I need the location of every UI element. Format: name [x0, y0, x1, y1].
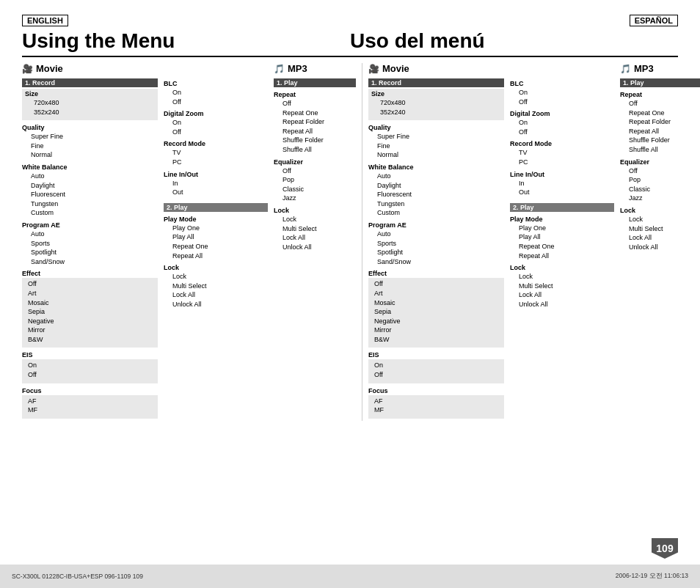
eq-label-en: Equalizer: [274, 158, 356, 166]
list-item: In: [172, 179, 268, 188]
list-item: Auto: [31, 229, 158, 239]
english-movie-sub-col: BLC On Off Digital Zoom On Off Record Mo…: [158, 63, 268, 421]
movie-header-es: 🎥 Movie: [368, 63, 504, 74]
titles-row: Using the Menu Uso del menú: [22, 29, 678, 63]
list-item: Spotlight: [31, 248, 158, 257]
eis-label-es: EIS: [368, 351, 504, 359]
list-item: Off: [629, 166, 700, 176]
list-item: PC: [172, 158, 268, 167]
quality-items-en: Super Fine Fine Normal: [22, 132, 158, 160]
list-item: Repeat All: [519, 251, 614, 261]
list-item: Mirror: [28, 326, 155, 335]
pae-items-en: Auto Sports Spotlight Sand/Snow: [22, 229, 158, 266]
spanish-cols: 🎥 Movie 1. Record Size 720x480 352x240 Q…: [368, 63, 700, 421]
list-item: Play All: [519, 232, 614, 242]
list-item: Jazz: [282, 194, 356, 203]
wb-label-en: White Balance: [22, 163, 158, 171]
list-item: Lock All: [629, 233, 700, 243]
list-item: B&W: [28, 335, 155, 345]
list-item: 352x240: [34, 108, 155, 117]
list-item: On: [519, 118, 614, 128]
list-item: Lock: [519, 272, 614, 282]
list-item: 352x240: [380, 108, 501, 117]
list-item: Off: [629, 99, 700, 109]
lio-items-en: In Out: [164, 179, 268, 197]
list-item: Off: [519, 128, 614, 137]
list-item: Off: [282, 166, 356, 176]
list-item: Repeat One: [519, 242, 614, 251]
mp3-header-en: 🎵 MP3: [274, 63, 356, 74]
list-item: Repeat Folder: [282, 117, 356, 127]
focus-box-es: AF MF: [368, 395, 504, 419]
list-item: Lock All: [282, 233, 356, 243]
eis-box-en: On Off: [22, 359, 158, 383]
list-item: Repeat One: [172, 242, 268, 251]
english-mp3-col: 🎵 MP3 1. Play Repeat Off Repeat One Repe…: [268, 63, 356, 421]
eq-label-es: Equalizer: [620, 158, 700, 166]
lio-label-es: Line In/Out: [510, 171, 614, 178]
lock-items-en-mv: Lock Multi Select Lock All Unlock All: [164, 272, 268, 309]
list-item: Negative: [374, 317, 501, 326]
play-label-en: 2. Play: [164, 203, 268, 212]
list-item: MF: [374, 405, 501, 415]
list-item: Repeat All: [629, 127, 700, 136]
english-movie-col: 🎥 Movie 1. Record Size 720x480 352x240 Q…: [22, 63, 158, 421]
pae-items-es: Auto Sports Spotlight Sand/Snow: [368, 229, 504, 266]
list-item: Spotlight: [377, 248, 504, 257]
title-spanish: Uso del menú: [350, 29, 678, 57]
footer-left: SC-X300L 01228C-IB-USA+ESP 096-1109 109: [12, 573, 143, 580]
list-item: On: [172, 88, 268, 98]
list-item: 720x480: [34, 98, 155, 108]
list-item: Lock: [172, 272, 268, 282]
list-item: Normal: [31, 150, 158, 160]
list-item: Unlock All: [282, 243, 356, 252]
list-item: Sports: [31, 239, 158, 249]
rm-items-es: TV PC: [510, 148, 614, 166]
size-label-es: Size: [371, 90, 501, 98]
eis-box-es: On Off: [368, 359, 504, 383]
rm-items-en: TV PC: [164, 148, 268, 166]
spanish-mp3-col: 🎵 MP3 1. Play Repeat Off Repeat One Repe…: [614, 63, 700, 421]
list-item: Fluorescent: [31, 190, 158, 199]
list-item: Pop: [629, 175, 700, 185]
list-item: Out: [519, 188, 614, 197]
list-item: Sepia: [374, 307, 501, 317]
list-item: Lock All: [172, 290, 268, 300]
eq-items-es: Off Pop Classic Jazz: [620, 166, 700, 203]
wb-items-es: Auto Daylight Fluorescent Tungsten Custo…: [368, 172, 504, 218]
focus-items-en: AF MF: [25, 397, 155, 415]
focus-box-en: AF MF: [22, 395, 158, 419]
list-item: Jazz: [629, 194, 700, 203]
section-english: 🎥 Movie 1. Record Size 720x480 352x240 Q…: [22, 63, 362, 421]
english-cols: 🎥 Movie 1. Record Size 720x480 352x240 Q…: [22, 63, 356, 421]
repeat-label-es: Repeat: [620, 91, 700, 98]
footer-right: 2006-12-19 오전 11:06:13: [616, 572, 688, 581]
size-items-en: 720x480 352x240: [25, 98, 155, 117]
list-item: Daylight: [31, 181, 158, 191]
quality-label-en: Quality: [22, 124, 158, 131]
list-item: Off: [519, 98, 614, 107]
mp3-play-label-es: 1. Play: [620, 78, 700, 87]
blc-label-en: BLC: [164, 80, 268, 87]
list-item: Repeat One: [282, 109, 356, 118]
list-item: On: [519, 88, 614, 98]
title-right-container: Uso del menú: [350, 29, 678, 63]
list-item: Tungsten: [377, 199, 504, 209]
list-item: Art: [28, 289, 155, 298]
list-item: Super Fine: [31, 132, 158, 142]
list-item: Shuffle Folder: [282, 136, 356, 145]
music-icon-en: 🎵: [274, 64, 285, 74]
list-item: AF: [28, 397, 155, 406]
list-item: Tungsten: [31, 199, 158, 209]
list-item: On: [28, 361, 155, 370]
pm-label-es: Play Mode: [510, 216, 614, 223]
dz-items-en: On Off: [164, 118, 268, 136]
record-label-es: 1. Record: [368, 78, 504, 87]
eq-items-en: Off Pop Classic Jazz: [274, 166, 356, 203]
list-item: Mosaic: [374, 298, 501, 308]
mp3-label-es: MP3: [634, 63, 654, 74]
list-item: Unlock All: [519, 300, 614, 309]
list-item: Sepia: [28, 307, 155, 317]
list-item: Play One: [519, 224, 614, 233]
list-item: B&W: [374, 335, 501, 345]
